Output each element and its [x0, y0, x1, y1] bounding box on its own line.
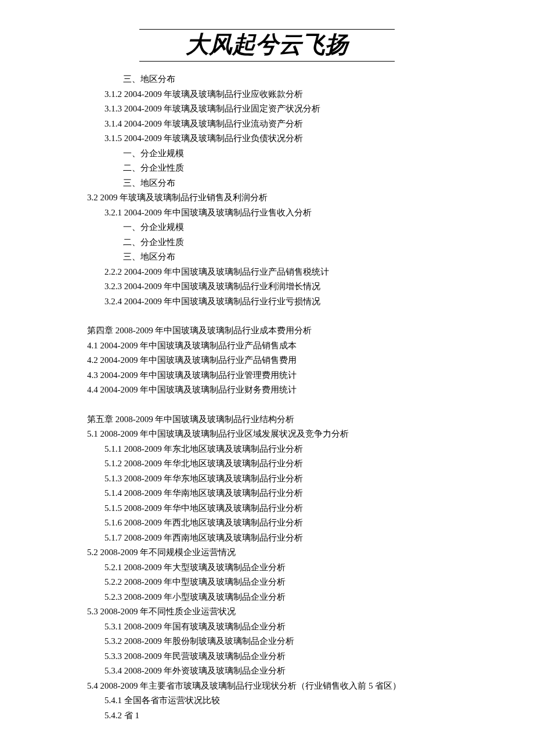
toc-entry: 5.2.1 2008-2009 年大型玻璃及玻璃制品企业分析 — [87, 560, 447, 575]
toc-entry: 5.1.3 2008-2009 年华东地区玻璃及玻璃制品行业分析 — [87, 471, 447, 487]
toc-entry: 三、地区分布 — [87, 176, 447, 191]
page-header-title: 大风起兮云飞扬 — [139, 29, 395, 62]
toc-entry: 4.3 2004-2009 年中国玻璃及玻璃制品行业管理费用统计 — [87, 368, 447, 383]
document-content: 三、地区分布3.1.2 2004-2009 年玻璃及玻璃制品行业应收账款分析3.… — [87, 72, 447, 723]
toc-entry: 3.1.4 2004-2009 年玻璃及玻璃制品行业流动资产分析 — [87, 117, 447, 132]
toc-entry: 5.1.1 2008-2009 年东北地区玻璃及玻璃制品行业分析 — [87, 442, 447, 457]
toc-entry: 5.4.2 省 1 — [87, 708, 447, 723]
toc-entry: 5.1.6 2008-2009 年西北地区玻璃及玻璃制品行业分析 — [87, 516, 447, 531]
toc-entry: 4.4 2004-2009 年中国玻璃及玻璃制品行业财务费用统计 — [87, 383, 447, 398]
toc-entry: 5.2.3 2008-2009 年小型玻璃及玻璃制品企业分析 — [87, 590, 447, 605]
toc-entry: 5.3.3 2008-2009 年民营玻璃及玻璃制品企业分析 — [87, 649, 447, 664]
toc-entry: 3.1.5 2004-2009 年玻璃及玻璃制品行业负债状况分析 — [87, 131, 447, 146]
toc-entry: 二、分企业性质 — [87, 235, 447, 250]
toc-entry: 5.1.7 2008-2009 年西南地区玻璃及玻璃制品行业分析 — [87, 531, 447, 546]
toc-entry: 5.4.1 全国各省市运营状况比较 — [87, 693, 447, 708]
toc-entry: 5.1.5 2008-2009 年华中地区玻璃及玻璃制品行业分析 — [87, 501, 447, 516]
toc-entry: 3.2 2009 年玻璃及玻璃制品行业销售及利润分析 — [87, 190, 447, 206]
toc-entry: 5.3.2 2008-2009 年股份制玻璃及玻璃制品企业分析 — [87, 634, 447, 649]
toc-entry: 3.2.1 2004-2009 年中国玻璃及玻璃制品行业售收入分析 — [87, 206, 447, 221]
toc-entry: 一、分企业规模 — [87, 220, 447, 235]
document-page: 大风起兮云飞扬 三、地区分布3.1.2 2004-2009 年玻璃及玻璃制品行业… — [0, 0, 534, 756]
toc-entry: 5.1 2008-2009 年中国玻璃及玻璃制品行业区域发展状况及竞争力分析 — [87, 427, 447, 442]
toc-entry: 第五章 2008-2009 年中国玻璃及玻璃制品行业结构分析 — [87, 412, 447, 427]
toc-entry: 三、地区分布 — [87, 72, 447, 87]
toc-entry: 3.1.3 2004-2009 年玻璃及玻璃制品行业固定资产状况分析 — [87, 102, 447, 117]
toc-entry: 5.3.1 2008-2009 年国有玻璃及玻璃制品企业分析 — [87, 620, 447, 635]
toc-entry: 3.2.3 2004-2009 年中国玻璃及玻璃制品行业利润增长情况 — [87, 279, 447, 294]
toc-entry: 3.1.2 2004-2009 年玻璃及玻璃制品行业应收账款分析 — [87, 87, 447, 102]
toc-entry: 5.3 2008-2009 年不同性质企业运营状况 — [87, 604, 447, 620]
toc-entry: 5.4 2008-2009 年主要省市玻璃及玻璃制品行业现状分析（行业销售收入前… — [87, 679, 447, 694]
toc-entry: 一、分企业规模 — [87, 146, 447, 161]
toc-entry: 二、分企业性质 — [87, 161, 447, 176]
toc-entry: 4.2 2004-2009 年中国玻璃及玻璃制品行业产品销售费用 — [87, 353, 447, 368]
toc-entry: 5.1.4 2008-2009 年华南地区玻璃及玻璃制品行业分析 — [87, 486, 447, 501]
toc-entry: 2.2.2 2004-2009 年中国玻璃及玻璃制品行业产品销售税统计 — [87, 265, 447, 280]
toc-entry: 5.3.4 2008-2009 年外资玻璃及玻璃制品企业分析 — [87, 664, 447, 679]
blank-line — [87, 398, 447, 412]
toc-entry: 3.2.4 2004-2009 年中国玻璃及玻璃制品行业行业亏损情况 — [87, 294, 447, 309]
toc-entry: 三、地区分布 — [87, 250, 447, 265]
toc-entry: 5.1.2 2008-2009 年华北地区玻璃及玻璃制品行业分析 — [87, 456, 447, 471]
toc-entry: 5.2.2 2008-2009 年中型玻璃及玻璃制品企业分析 — [87, 575, 447, 590]
toc-entry: 第四章 2008-2009 年中国玻璃及玻璃制品行业成本费用分析 — [87, 323, 447, 339]
toc-entry: 5.2 2008-2009 年不同规模企业运营情况 — [87, 545, 447, 560]
toc-entry: 4.1 2004-2009 年中国玻璃及玻璃制品行业产品销售成本 — [87, 339, 447, 354]
blank-line — [87, 309, 447, 323]
